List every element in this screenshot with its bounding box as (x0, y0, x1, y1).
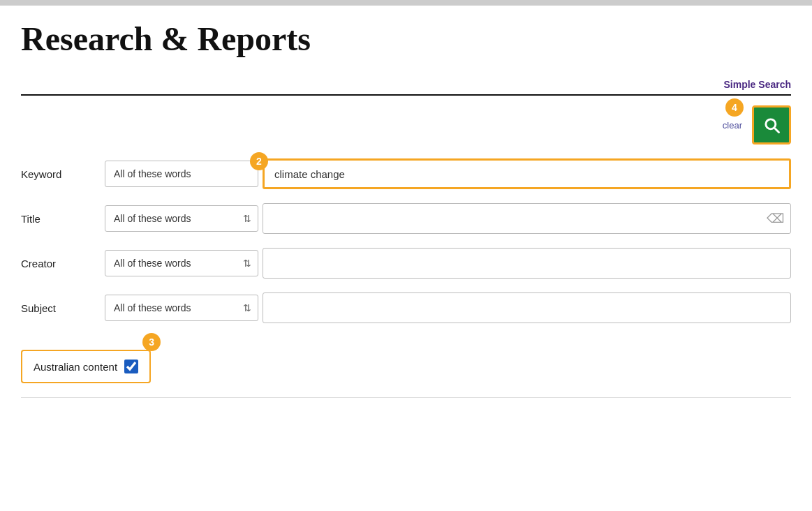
title-input-wrapper: ⌫ (263, 203, 791, 234)
subject-select-wrapper: All of these words Any of these words No… (105, 295, 258, 321)
search-button[interactable] (752, 105, 791, 145)
creator-label: Creator (21, 258, 105, 269)
subject-label: Subject (21, 302, 105, 314)
subject-input[interactable] (263, 292, 791, 323)
creator-row: Creator All of these words Any of these … (21, 248, 791, 279)
keyword-input[interactable] (263, 158, 791, 189)
subject-select[interactable]: All of these words Any of these words No… (105, 295, 258, 321)
simple-search-link[interactable]: Simple Search (724, 79, 792, 90)
creator-select[interactable]: All of these words Any of these words No… (105, 250, 258, 276)
subject-row: Subject All of these words Any of these … (21, 292, 791, 323)
title-select-wrapper: All of these words Any of these words No… (105, 205, 258, 232)
creator-input[interactable] (263, 248, 791, 279)
clear-link[interactable]: clear (723, 120, 742, 131)
search-controls-row: 4 clear (21, 105, 791, 145)
title-row: Title All of these words Any of these wo… (21, 203, 791, 234)
page-title: Research & Reports (21, 20, 791, 65)
bottom-divider (21, 397, 791, 398)
australian-content-label: Australian content (34, 361, 117, 373)
title-input[interactable] (263, 203, 791, 234)
top-bar (0, 0, 812, 6)
keyword-label: Keyword (21, 168, 105, 180)
australian-content-checkbox[interactable] (124, 360, 138, 373)
badge-3: 3 (142, 333, 161, 351)
keyword-select[interactable]: All of these words Any of these words No… (105, 161, 258, 187)
title-input-icon: ⌫ (767, 211, 784, 226)
badge-4: 4 (725, 98, 744, 117)
title-label: Title (21, 213, 105, 225)
search-form: Keyword All of these words Any of these … (21, 158, 791, 383)
search-icon (762, 115, 781, 135)
keyword-select-wrapper: All of these words Any of these words No… (105, 161, 258, 187)
badge-2: 2 (250, 152, 268, 170)
keyword-row: Keyword All of these words Any of these … (21, 158, 791, 189)
title-select[interactable]: All of these words Any of these words No… (105, 205, 258, 232)
simple-search-row: Simple Search (21, 79, 791, 96)
creator-select-wrapper: All of these words Any of these words No… (105, 250, 258, 276)
australian-content-row: Australian content (21, 350, 151, 383)
